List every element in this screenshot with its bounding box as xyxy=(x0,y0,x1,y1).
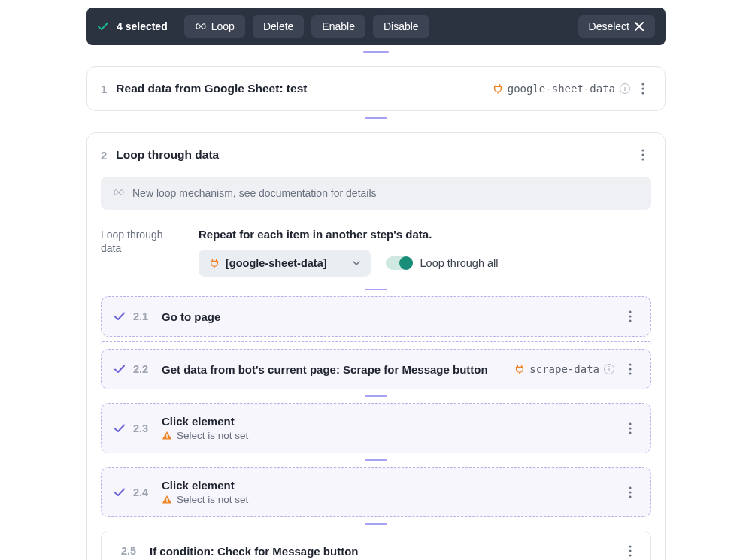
config-subtitle: Repeat for each item in another step's d… xyxy=(199,228,651,241)
svg-point-20 xyxy=(629,491,631,493)
step-connector xyxy=(363,51,389,53)
svg-point-22 xyxy=(629,545,631,547)
substep-connector xyxy=(365,523,387,525)
notice-post: for details xyxy=(328,187,377,199)
info-icon[interactable]: i xyxy=(620,83,630,94)
check-icon xyxy=(114,310,126,322)
svg-point-19 xyxy=(629,486,631,489)
selected-count: 4 selected xyxy=(117,20,168,32)
info-icon[interactable]: i xyxy=(604,364,614,374)
step-number: 2 xyxy=(101,149,107,162)
kebab-menu[interactable] xyxy=(635,147,651,163)
plug-icon xyxy=(514,364,525,374)
step-title: Read data from Google Sheet: test xyxy=(116,82,307,95)
svg-point-9 xyxy=(629,363,631,365)
kebab-menu[interactable] xyxy=(622,543,638,559)
svg-rect-18 xyxy=(166,501,167,502)
kebab-menu[interactable] xyxy=(622,484,638,501)
step-card-2: 2 Loop through data New loop mechanism, … xyxy=(86,132,666,560)
substep-number: 2.4 xyxy=(133,486,154,498)
check-icon xyxy=(97,20,109,32)
substep-title: Get data from bot's current page: Scrape… xyxy=(162,363,488,376)
substep-connector xyxy=(365,459,387,461)
step-title: Loop through data xyxy=(116,148,219,162)
svg-point-24 xyxy=(629,554,631,556)
disable-button[interactable]: Disable xyxy=(373,15,429,38)
deselect-button-label: Deselect xyxy=(589,20,629,32)
substep-title: Go to page xyxy=(162,310,220,323)
substep-warning: Select is not set xyxy=(177,430,248,441)
data-source-value: [google-sheet-data] xyxy=(226,257,327,269)
plug-icon xyxy=(493,83,503,94)
svg-point-10 xyxy=(629,368,631,370)
check-icon xyxy=(114,486,126,498)
kebab-menu[interactable] xyxy=(622,420,638,437)
substep-card[interactable]: 2.5 If condition: Check for Message butt… xyxy=(101,531,651,560)
loop-button[interactable]: Loop xyxy=(184,15,245,38)
svg-point-23 xyxy=(629,549,631,552)
step-number: 1 xyxy=(101,83,107,95)
svg-point-4 xyxy=(641,153,644,156)
chevron-down-icon xyxy=(353,261,360,265)
step-card-1[interactable]: 1 Read data from Google Sheet: test goog… xyxy=(86,66,666,111)
output-tag[interactable]: scrape-data i xyxy=(514,363,614,375)
warning-icon xyxy=(162,495,172,504)
check-icon xyxy=(114,363,126,375)
svg-point-3 xyxy=(641,149,644,151)
svg-rect-12 xyxy=(166,434,167,437)
check-icon xyxy=(114,422,126,434)
svg-point-2 xyxy=(641,92,644,94)
svg-point-7 xyxy=(629,315,631,317)
substep-card[interactable]: 2.1 Go to page xyxy=(101,296,651,337)
svg-point-21 xyxy=(629,495,631,498)
svg-point-0 xyxy=(641,83,644,85)
notice-pre: New loop mechanism, xyxy=(132,187,239,199)
kebab-menu[interactable] xyxy=(622,361,638,377)
svg-point-8 xyxy=(629,319,631,322)
kebab-menu[interactable] xyxy=(635,80,651,97)
delete-button[interactable]: Delete xyxy=(253,15,304,38)
output-tag-label: google-sheet-data xyxy=(508,83,615,95)
substep-warning: Select is not set xyxy=(177,494,248,505)
deselect-button[interactable]: Deselect xyxy=(578,15,655,38)
loop-notice: New loop mechanism, see documentation fo… xyxy=(101,177,651,210)
svg-point-6 xyxy=(629,310,631,313)
kebab-menu[interactable] xyxy=(622,308,638,325)
substep-card[interactable]: 2.3 Click element Select is not set xyxy=(101,403,651,453)
loop-all-toggle[interactable] xyxy=(386,256,413,270)
svg-point-16 xyxy=(629,431,631,434)
substep-title: If condition: Check for Message button xyxy=(150,545,359,558)
substep-title: Click element xyxy=(162,479,614,492)
infinity-icon xyxy=(195,23,207,30)
warning-icon xyxy=(162,431,172,440)
svg-rect-13 xyxy=(166,437,167,438)
insert-divider[interactable] xyxy=(101,341,651,344)
config-label: Loop through data xyxy=(101,228,176,255)
substep-connector xyxy=(365,395,387,397)
svg-point-11 xyxy=(629,372,631,374)
close-icon xyxy=(634,21,644,32)
substep-number: 2.5 xyxy=(121,545,142,557)
toggle-label: Loop through all xyxy=(420,257,499,269)
svg-point-15 xyxy=(629,427,631,429)
output-tag[interactable]: google-sheet-data i xyxy=(493,83,630,95)
infinity-icon xyxy=(113,189,125,197)
substep-number: 2.2 xyxy=(133,363,154,375)
substep-card[interactable]: 2.4 Click element Select is not set xyxy=(101,467,651,517)
svg-point-1 xyxy=(641,87,644,89)
plug-icon xyxy=(209,258,220,268)
data-source-select[interactable]: [google-sheet-data] xyxy=(199,250,371,277)
svg-point-5 xyxy=(641,158,644,160)
substep-card[interactable]: 2.2 Get data from bot's current page: Sc… xyxy=(101,349,651,389)
step-connector xyxy=(365,117,387,119)
step-card-2-head[interactable]: 2 Loop through data xyxy=(87,133,665,177)
enable-button[interactable]: Enable xyxy=(311,15,365,38)
substep-number: 2.3 xyxy=(133,422,154,434)
selection-toolbar: 4 selected Loop Delete Enable Disable De… xyxy=(86,8,666,45)
loop-button-label: Loop xyxy=(211,20,235,32)
svg-rect-17 xyxy=(166,498,167,501)
documentation-link[interactable]: see documentation xyxy=(239,187,328,199)
substep-title: Click element xyxy=(162,415,614,428)
substep-number: 2.1 xyxy=(133,310,154,322)
output-tag-label: scrape-data xyxy=(529,363,599,375)
